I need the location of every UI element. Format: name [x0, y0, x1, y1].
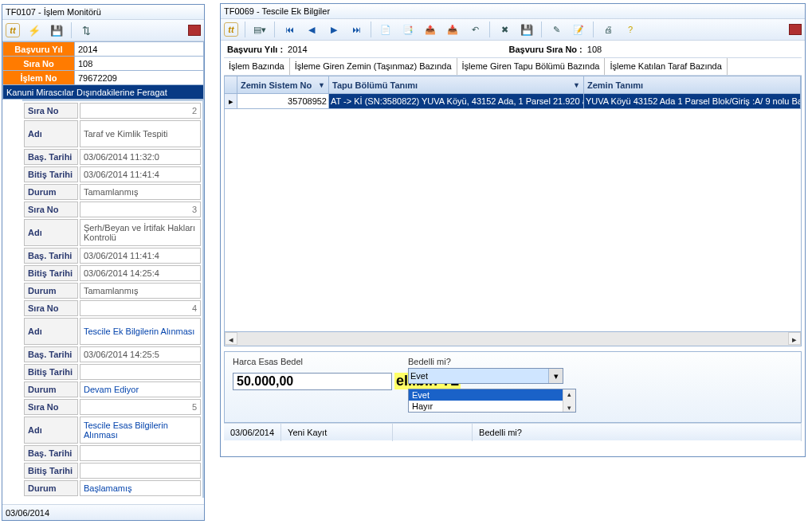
option-evet[interactable]: Evet [409, 389, 575, 401]
col-tapu-bolumu[interactable]: Tapu Bölümü Tanımı▼ [329, 76, 584, 93]
info-table: Başvuru Yıl 2014 Sıra No 108 İşlem No 79… [2, 41, 204, 100]
cell-zemin[interactable]: YUVA Köyü 43152 Ada 1 Parsel Blok/Giriş … [584, 94, 801, 108]
row-indicator-icon: ▸ [225, 94, 237, 108]
right-title: TF0069 - Tescile Ek Bilgiler [221, 4, 805, 18]
save-icon[interactable] [519, 22, 535, 37]
steps-table: Sıra No2 AdıTaraf ve Kimlik Tespiti Baş.… [22, 100, 204, 498]
col-zemin-sistem-no[interactable]: Zemin Sistem No▼ [237, 76, 329, 93]
status-message: Bedelli mi? [473, 424, 802, 441]
grid-row[interactable]: ▸ 35708952 AT -> Kİ (SN:3580822) YUVA Kö… [224, 93, 802, 109]
dropdown-icon[interactable]: ▼ [318, 81, 325, 89]
form-area: Harca Esas Bedel ellibin TL Bedelli mi? … [224, 351, 802, 423]
islem-no-value: 79672209 [75, 71, 204, 85]
save-icon[interactable] [49, 22, 65, 38]
scroll-up-icon[interactable]: ▴ [567, 390, 572, 398]
bedelli-label: Bedelli mi? [408, 357, 563, 366]
left-body: Başvuru Yıl 2014 Sıra No 108 İşlem No 79… [2, 41, 204, 503]
basvuru-yil: 2014 [288, 45, 307, 54]
status-spacer [393, 424, 473, 441]
option-hayir[interactable]: Hayır [409, 401, 575, 412]
dropdown-scrollbar[interactable]: ▴ ▾ [563, 389, 575, 412]
separator [489, 22, 490, 37]
basvuru-sira-lbl: Başvuru Sıra No : [508, 45, 582, 54]
dropdown-icon[interactable]: ▼ [573, 81, 580, 89]
harc-input[interactable] [233, 373, 392, 390]
right-toolbar: tt ▤▾ ⏮ ◀ ▶ ⏭ 📄 📑 📤 📥 ↶ ✖ ✎ 📝 🖨 ? [221, 18, 805, 41]
status-mode: Yeni Kayıt [281, 424, 393, 441]
apply-row: Başvuru Yılı : 2014 Başvuru Sıra No : 10… [224, 41, 802, 58]
grid-options-icon[interactable]: ▤▾ [252, 22, 268, 37]
scroll-left-icon[interactable]: ◂ [225, 332, 237, 345]
undo-icon[interactable]: ↶ [467, 22, 483, 37]
col-zemin-tanimi[interactable]: Zemin Tanımı [584, 76, 801, 93]
grid-empty-area [224, 109, 802, 332]
note-icon[interactable]: 📝 [571, 22, 586, 37]
separator [593, 22, 594, 37]
basvuru-yil-value: 2014 [75, 42, 204, 57]
print-icon[interactable]: 🖨 [600, 22, 616, 37]
bedelli-combo[interactable]: Evet ▾ [408, 368, 563, 384]
basvuru-yil-label: Başvuru Yıl [3, 42, 75, 57]
bedelli-dropdown[interactable]: Evet Hayır ▴ ▾ [408, 389, 576, 413]
refresh-icon[interactable] [26, 22, 42, 38]
right-status: 03/06/2014 Yeni Kayıt Bedelli mi? [224, 423, 802, 440]
first-icon[interactable]: ⏮ [281, 22, 297, 37]
last-icon[interactable]: ⏭ [348, 22, 364, 37]
next-icon[interactable]: ▶ [326, 22, 342, 37]
islem-no-label: İşlem No [3, 71, 75, 85]
right-body: Başvuru Yılı : 2014 Başvuru Sıra No : 10… [224, 41, 802, 453]
left-title: TF0107 - İşlem Monitörü [2, 5, 204, 19]
tab-0[interactable]: İşlem Bazında [224, 58, 290, 75]
row-selector-header [225, 76, 237, 93]
marker-icon[interactable] [789, 24, 802, 35]
col-label: Tapu Bölümü Tanımı [332, 80, 418, 90]
tab-2[interactable]: İşleme Giren Tapu Bölümü Bazında [457, 58, 606, 75]
export-icon[interactable]: 📤 [422, 22, 438, 37]
separator [274, 22, 275, 37]
grid-header: Zemin Sistem No▼ Tapu Bölümü Tanımı▼ Zem… [224, 76, 802, 93]
cell-tapu[interactable]: AT -> Kİ (SN:3580822) YUVA Köyü, 43152 A… [329, 94, 584, 108]
dropdown-arrow-icon[interactable]: ▾ [548, 369, 563, 383]
separator [245, 22, 245, 37]
separator [71, 22, 72, 38]
scroll-right-icon[interactable]: ▸ [788, 332, 801, 345]
logo-icon[interactable]: tt [224, 22, 238, 37]
left-status: 03/06/2014 [2, 504, 204, 520]
edit-icon[interactable]: ✎ [548, 22, 564, 37]
col-label: Zemin Tanımı [587, 80, 643, 90]
import-icon[interactable]: 📥 [445, 22, 461, 37]
col-label: Zemin Sistem No [241, 80, 312, 90]
basvuru-yil-lbl: Başvuru Yılı : [227, 45, 283, 54]
tab-3[interactable]: İşleme Katılan Taraf Bazında [605, 58, 727, 75]
copy-doc-icon[interactable]: 📑 [400, 22, 416, 37]
islem-adi-band: Kanuni Mirascılar Dışındakilerine Feraga… [3, 85, 204, 100]
marker-icon[interactable] [188, 25, 201, 36]
tab-1[interactable]: İşleme Giren Zemin (Taşınmaz) Bazında [290, 58, 457, 75]
new-doc-icon[interactable]: 📄 [378, 22, 394, 37]
sira-no-value: 108 [75, 57, 204, 71]
delete-icon[interactable]: ✖ [496, 22, 512, 37]
help-icon[interactable]: ? [622, 22, 638, 37]
bedelli-selected: Evet [410, 371, 428, 381]
cell-zemin-no[interactable]: 35708952 [237, 94, 329, 108]
prev-icon[interactable]: ◀ [304, 22, 320, 37]
basvuru-sira: 108 [587, 45, 602, 54]
right-window: TF0069 - Tescile Ek Bilgiler tt ▤▾ ⏮ ◀ ▶… [220, 3, 806, 457]
scroll-down-icon[interactable]: ▾ [563, 404, 575, 412]
left-toolbar: tt [2, 19, 204, 41]
separator [541, 22, 542, 37]
tree-icon[interactable] [78, 22, 94, 38]
left-window: TF0107 - İşlem Monitörü tt Başvuru Yıl 2… [2, 4, 205, 521]
horizontal-scrollbar[interactable]: ◂ ▸ [224, 332, 802, 346]
sira-no-label: Sıra No [3, 57, 75, 71]
logo-icon[interactable]: tt [6, 23, 20, 37]
tabs-row: İşlem Bazındaİşleme Giren Zemin (Taşınma… [224, 58, 802, 76]
status-date: 03/06/2014 [224, 424, 281, 441]
separator [371, 22, 371, 37]
